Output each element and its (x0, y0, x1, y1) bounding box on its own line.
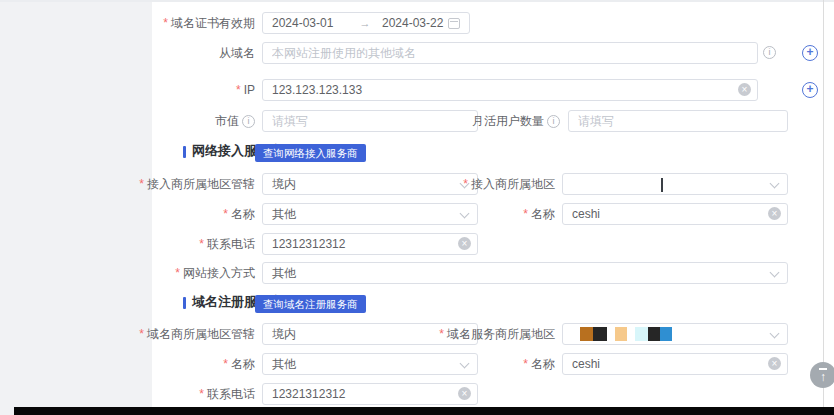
right-divider (823, 0, 824, 407)
section-accent-bar (183, 297, 186, 309)
required-marker: * (139, 178, 144, 190)
required-marker: * (236, 84, 241, 96)
domain-name-label: * 名称 (340, 353, 555, 375)
info-icon[interactable]: i (242, 115, 255, 128)
clear-icon[interactable]: × (458, 237, 471, 250)
back-to-top-button[interactable]: ↑ (810, 362, 834, 388)
required-marker: * (439, 328, 444, 340)
add-domain-button[interactable]: + (802, 45, 818, 61)
chevron-down-icon (770, 268, 780, 278)
required-marker: * (223, 208, 228, 220)
domain-phone-label: * 联系电话 (40, 383, 255, 405)
monthly-active-users-label: 月活用户数量 i (420, 110, 560, 132)
access-method-select[interactable]: 其他 (262, 262, 788, 284)
clear-icon[interactable]: × (768, 207, 781, 220)
info-icon[interactable]: i (763, 46, 776, 59)
ip-input[interactable] (262, 79, 758, 101)
region-color-swatches (580, 324, 672, 344)
required-marker: * (199, 238, 204, 250)
clear-icon[interactable]: × (738, 83, 751, 96)
access-name-input[interactable] (562, 203, 788, 225)
date-range-separator: → (348, 17, 382, 29)
domain-name-type-label: * 名称 (40, 353, 255, 375)
from-domain-field-wrap (262, 42, 758, 64)
required-marker: * (163, 17, 168, 29)
query-network-access-provider-button[interactable]: 查询网络接入服务商 (255, 144, 366, 162)
access-name-label: * 名称 (340, 203, 555, 225)
cert-validity-label: * 域名证书有效期 (40, 12, 255, 34)
clear-icon[interactable]: × (768, 357, 781, 370)
access-phone-label: * 联系电话 (40, 233, 255, 255)
required-marker: * (463, 178, 468, 190)
required-marker: * (523, 358, 528, 370)
arrow-up-icon: ↑ (820, 371, 826, 383)
required-marker: * (139, 328, 144, 340)
chevron-down-icon (770, 179, 780, 189)
section-accent-bar (183, 146, 186, 158)
access-method-label: * 网站接入方式 (40, 262, 255, 284)
add-ip-button[interactable]: + (802, 82, 818, 98)
domain-region-select[interactable] (562, 323, 788, 345)
domain-name-field-wrap: × (562, 353, 788, 375)
monthly-active-users-field-wrap (568, 110, 788, 132)
domain-phone-input[interactable] (262, 383, 478, 405)
access-phone-input[interactable] (262, 233, 478, 255)
back-to-top-bar (819, 368, 827, 370)
market-value-label: 市值 i (40, 110, 255, 132)
clear-icon[interactable]: × (458, 387, 471, 400)
required-marker: * (175, 267, 180, 279)
text-caret (661, 178, 663, 192)
required-marker: * (523, 208, 528, 220)
calendar-icon[interactable] (448, 18, 460, 29)
access-phone-field-wrap: × (262, 233, 478, 255)
cert-validity-date-range[interactable]: 2024-03-01 → 2024-03-22 (262, 12, 470, 34)
domain-name-input[interactable] (562, 353, 788, 375)
access-region-label: * 接入商所属地区 (340, 173, 555, 195)
required-marker: * (223, 358, 228, 370)
access-region-select[interactable] (562, 173, 788, 195)
from-domain-input[interactable] (262, 42, 758, 64)
from-domain-label: 从域名 (40, 42, 255, 64)
info-icon[interactable]: i (547, 115, 560, 128)
date-start-value[interactable]: 2024-03-01 (272, 16, 348, 30)
domain-phone-field-wrap: × (262, 383, 478, 405)
required-marker: * (199, 388, 204, 400)
monthly-active-users-input[interactable] (568, 110, 788, 132)
bottom-black-bar (14, 407, 834, 415)
domain-region-jurisdiction-label: * 域名商所属地区管辖 (40, 323, 255, 345)
query-domain-registrar-button[interactable]: 查询域名注册服务商 (255, 295, 366, 313)
chevron-down-icon (770, 329, 780, 339)
date-end-value[interactable]: 2024-03-22 (382, 16, 448, 30)
access-name-type-label: * 名称 (40, 203, 255, 225)
access-region-jurisdiction-label: * 接入商所属地区管辖 (40, 173, 255, 195)
domain-region-label: * 域名服务商所属地区 (340, 323, 555, 345)
ip-field-wrap: × (262, 79, 758, 101)
access-name-field-wrap: × (562, 203, 788, 225)
ip-label: * IP (40, 79, 255, 101)
